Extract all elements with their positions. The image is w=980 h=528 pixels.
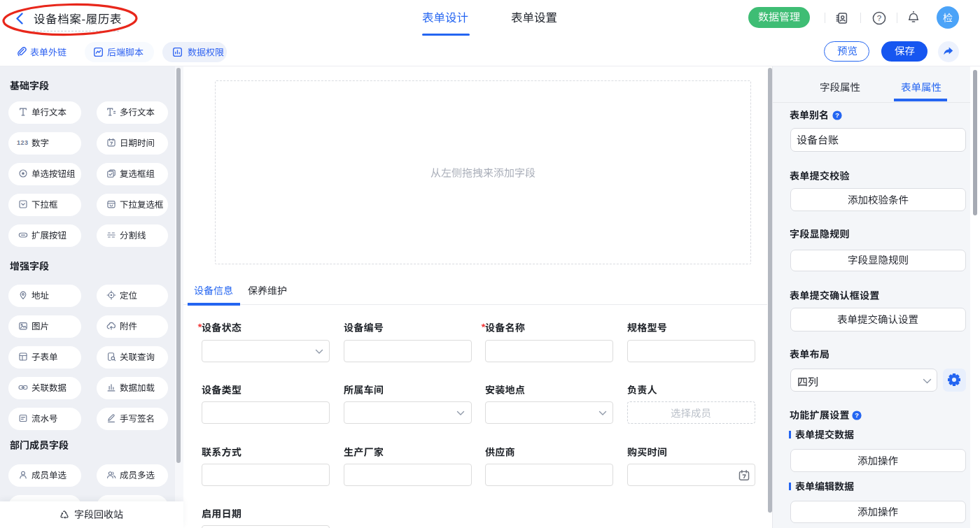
svg-text:?: ? bbox=[877, 14, 881, 22]
svg-text:?: ? bbox=[835, 112, 839, 120]
svg-text:?: ? bbox=[855, 411, 859, 419]
